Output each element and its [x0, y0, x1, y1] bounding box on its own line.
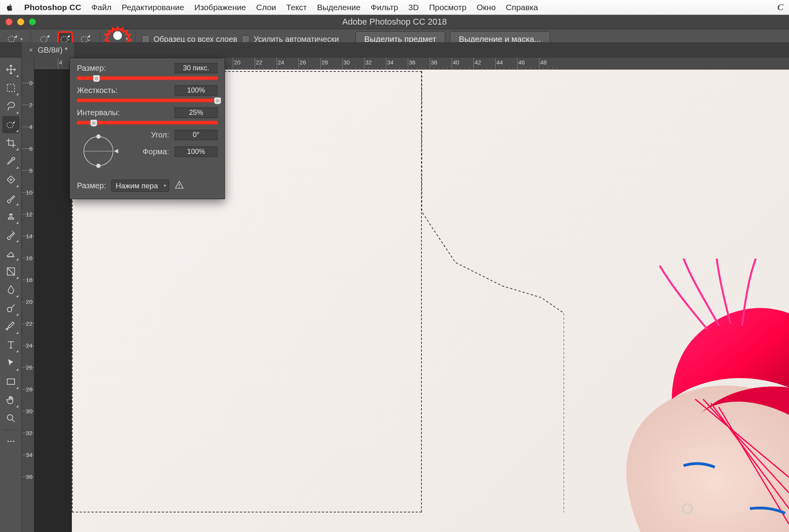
menu-select[interactable]: Выделение [317, 3, 361, 12]
blur-tool[interactable] [2, 281, 20, 298]
spacing-value[interactable]: 25% [175, 107, 218, 118]
pen-tool[interactable] [2, 318, 20, 335]
brush-angle-widget[interactable] [77, 130, 120, 173]
window-titlebar: Adobe Photoshop CC 2018 [0, 15, 789, 29]
apple-icon[interactable] [5, 3, 14, 12]
svg-point-11 [7, 441, 9, 442]
menu-file[interactable]: Файл [91, 3, 112, 12]
history-brush-tool[interactable] [2, 226, 20, 243]
app-name[interactable]: Photoshop CC [24, 3, 81, 12]
tools-panel [0, 58, 22, 532]
selection-marquee-subject [353, 71, 564, 512]
svg-point-13 [13, 441, 14, 442]
svg-point-17 [96, 134, 101, 139]
canvas-image [539, 259, 789, 532]
rectangle-tool[interactable] [2, 373, 20, 390]
gradient-tool[interactable] [2, 263, 20, 280]
warning-icon [175, 180, 184, 191]
window-close-button[interactable] [5, 18, 12, 25]
size-slider[interactable] [77, 77, 218, 80]
marquee-tool[interactable] [2, 79, 20, 96]
macos-menubar: Photoshop CC Файл Редактирование Изображ… [0, 0, 789, 15]
menu-filter[interactable]: Фильтр [371, 3, 398, 12]
svg-point-1 [41, 36, 47, 42]
spacing-slider[interactable] [77, 121, 218, 124]
hardness-slider[interactable] [77, 99, 218, 102]
hardness-label: Жесткость: [77, 86, 118, 95]
document-tab-label: GB/8#) * [38, 46, 68, 55]
svg-rect-4 [7, 84, 14, 92]
menu-layer[interactable]: Слои [256, 3, 276, 12]
svg-point-3 [81, 36, 88, 42]
size-label: Размер: [77, 64, 106, 73]
svg-point-10 [7, 415, 12, 420]
size-control-select[interactable]: Нажим пера ▾ [111, 180, 169, 192]
svg-point-8 [7, 307, 12, 312]
quick-selection-tool[interactable] [2, 116, 20, 133]
svg-point-18 [96, 164, 101, 168]
crop-tool[interactable] [2, 134, 20, 152]
svg-point-20 [179, 187, 180, 187]
svg-point-0 [8, 36, 15, 42]
menu-edit[interactable]: Редактирование [121, 3, 184, 12]
document-tabs: × GB/8#) * [0, 42, 789, 58]
edit-toolbar-button[interactable] [2, 433, 20, 450]
clone-stamp-tool[interactable] [2, 208, 20, 225]
path-selection-tool[interactable] [2, 355, 20, 372]
svg-rect-9 [7, 379, 14, 384]
size-value[interactable]: 30 пикс. [175, 63, 218, 73]
angle-value[interactable]: 0° [175, 130, 218, 140]
cc-icon[interactable]: C [777, 2, 784, 12]
menu-image[interactable]: Изображение [194, 3, 246, 12]
healing-brush-tool[interactable] [2, 171, 20, 188]
menu-3d[interactable]: 3D [409, 3, 419, 12]
window-zoom-button[interactable] [29, 18, 36, 25]
brush-tip-preview-icon [113, 31, 122, 40]
window-minimize-button[interactable] [17, 18, 24, 25]
eraser-tool[interactable] [2, 245, 20, 262]
ruler-vertical[interactable]: 024681012141618202224262830323436 [22, 58, 34, 532]
svg-point-5 [7, 122, 13, 128]
window-controls [0, 18, 36, 25]
shape-value[interactable]: 100% [175, 146, 218, 157]
size-control-label: Размер: [77, 181, 106, 190]
move-tool[interactable] [2, 61, 20, 78]
zoom-tool[interactable] [2, 410, 20, 427]
lasso-tool[interactable] [2, 98, 20, 115]
brush-tool[interactable] [2, 189, 20, 207]
dodge-tool[interactable] [2, 300, 20, 317]
workspace: 024681012141618202224262830323436 × GB/8… [0, 58, 789, 532]
close-tab-icon[interactable]: × [29, 46, 33, 54]
svg-point-12 [10, 441, 12, 442]
type-tool[interactable] [2, 336, 20, 353]
spacing-label: Интервалы: [77, 108, 120, 117]
hand-tool[interactable] [2, 391, 20, 409]
brush-settings-popover: Размер: 30 пикс. Жесткость: 100% Интерва… [70, 58, 225, 199]
document-tab[interactable]: × GB/8#) * [22, 42, 75, 58]
window-title: Adobe Photoshop CC 2018 [0, 17, 789, 27]
menu-view[interactable]: Просмотр [429, 3, 466, 12]
menu-window[interactable]: Окно [477, 3, 496, 12]
document-area: × GB/8#) * 46810121416182022242628303234… [34, 58, 789, 532]
menu-type[interactable]: Текст [286, 3, 307, 12]
shape-label: Форма: [143, 147, 169, 156]
svg-point-2 [61, 36, 68, 42]
angle-label: Угол: [151, 130, 169, 139]
eyedropper-tool[interactable] [2, 153, 20, 170]
hardness-value[interactable]: 100% [175, 85, 218, 96]
menu-help[interactable]: Справка [506, 3, 538, 12]
